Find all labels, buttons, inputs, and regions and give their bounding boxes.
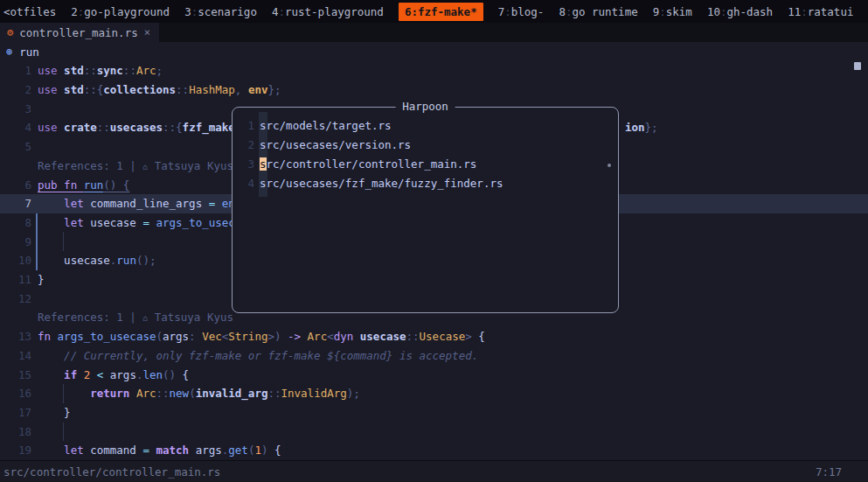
- line-number: 1: [0, 64, 31, 77]
- line-number: 5: [0, 140, 31, 153]
- line-number: 10: [0, 254, 31, 267]
- rust-file-icon: ⚙: [7, 26, 13, 38]
- harpoon-item-path: src/controller/controller_main.rs: [260, 157, 476, 171]
- line-number: 6: [0, 178, 31, 192]
- tmux-window[interactable]: 9:skim: [653, 5, 692, 18]
- tmux-window[interactable]: 4:rust-playground: [272, 5, 384, 18]
- winbar-symbol-label: run: [19, 45, 39, 59]
- harpoon-popup[interactable]: Harpoon 1src/models/target.rs2src/usecas…: [232, 107, 619, 313]
- line-number: 9: [0, 235, 31, 248]
- line-number: 18: [0, 425, 31, 438]
- buffer-file-name: controller_main.rs: [19, 26, 137, 39]
- text-cursor: s: [260, 157, 267, 171]
- code-line[interactable]: 16 return Arc::new(invalid_arg::InvalidA…: [0, 384, 868, 403]
- buffer-tab-controller-main[interactable]: ⚙ controller_main.rs ×: [0, 23, 159, 42]
- line-number: 4: [0, 121, 31, 134]
- harpoon-item-number: 1: [233, 119, 254, 132]
- winbar-breadcrumb: ⊛ run: [0, 42, 868, 61]
- harpoon-item-path: src/usecases/version.rs: [260, 138, 411, 151]
- line-number: 16: [0, 387, 31, 400]
- tmux-window[interactable]: 11:ratatui: [788, 5, 853, 18]
- tmux-window[interactable]: 3:scenarigo: [184, 5, 257, 18]
- tmux-window[interactable]: 10:gh-dash: [707, 5, 773, 18]
- line-number: 3: [0, 102, 31, 115]
- tmux-window[interactable]: <otfiles: [3, 5, 56, 18]
- tmux-window[interactable]: 7:blog-: [498, 5, 545, 18]
- tmux-window-active[interactable]: 6:fzf-make*: [399, 3, 483, 21]
- tmux-window[interactable]: 8:go runtime: [559, 5, 637, 18]
- code-line[interactable]: 18: [0, 422, 868, 441]
- code-line[interactable]: 14 // Currently, only fzf-make or fzf-ma…: [0, 346, 868, 366]
- harpoon-popup-title: Harpoon: [395, 100, 455, 114]
- harpoon-item-number: 4: [233, 177, 254, 190]
- buffer-tabline: ⚙ controller_main.rs ×: [0, 23, 868, 42]
- harpoon-item-number: 3: [233, 157, 254, 171]
- close-buffer-icon[interactable]: ×: [144, 26, 150, 38]
- statusline-file-path: src/controller/controller_main.rs: [3, 465, 220, 479]
- line-number: 13: [0, 330, 31, 343]
- line-number: 11: [0, 273, 31, 286]
- tmux-status-bar: <otfiles2:go-playground3:scenarigo4:rust…: [0, 0, 868, 23]
- harpoon-item[interactable]: 3src/controller/controller_main.rs: [233, 154, 618, 173]
- harpoon-item-path: src/models/target.rs: [260, 119, 392, 132]
- harpoon-item-path: src/usecases/fzf_make/fuzzy_finder.rs: [260, 177, 503, 190]
- code-line[interactable]: 17 }: [0, 403, 868, 423]
- harpoon-item[interactable]: 1src/models/target.rs: [233, 115, 618, 135]
- statusline-cursor-position: 7:17: [816, 465, 842, 479]
- statusline: src/controller/controller_main.rs 7:17: [0, 460, 868, 482]
- scrollbar-thumb-icon: [854, 62, 861, 70]
- line-number: 12: [0, 292, 31, 305]
- line-number: 7: [0, 197, 31, 210]
- harpoon-item-list: 1src/models/target.rs2src/usecases/versi…: [233, 115, 618, 192]
- code-line[interactable]: 1use std::sync::Arc;: [0, 61, 868, 80]
- line-number: 15: [0, 368, 31, 381]
- line-number: 14: [0, 349, 31, 362]
- tmux-window[interactable]: 2:go-playground: [71, 5, 170, 18]
- line-number: 2: [0, 83, 31, 96]
- code-line[interactable]: 2use std::{collections::HashMap, env};: [0, 80, 868, 100]
- line-number: 19: [0, 444, 31, 457]
- harpoon-item[interactable]: 4src/usecases/fzf_make/fuzzy_finder.rs: [233, 173, 618, 192]
- code-line-4-right-fragment: ion};: [625, 118, 658, 137]
- code-line[interactable]: 19 let command = match args.get(1) {: [0, 441, 868, 460]
- function-symbol-icon: ⊛: [6, 45, 12, 58]
- popup-marker-dot-icon: [608, 164, 611, 167]
- code-line[interactable]: 13fn args_to_usecase(args: Vec<String>) …: [0, 327, 868, 346]
- harpoon-item[interactable]: 2src/usecases/version.rs: [233, 135, 618, 154]
- code-line[interactable]: 15 if 2 < args.len() {: [0, 365, 868, 384]
- line-number: 8: [0, 216, 31, 229]
- line-number: 17: [0, 406, 31, 419]
- harpoon-item-number: 2: [233, 138, 254, 151]
